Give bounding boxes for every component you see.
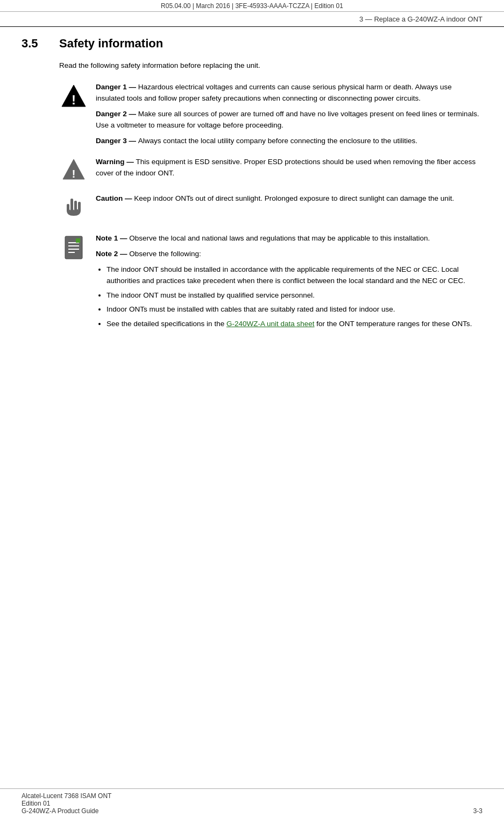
danger-icon: ! [59, 83, 88, 109]
bullet-item-3: Indoor ONTs must be installed with cable… [107, 304, 482, 315]
danger3-text: Danger 3 — Always contact the local util… [96, 136, 482, 147]
note-icon [59, 235, 88, 261]
section-number: 3.5 [22, 37, 59, 51]
bullet-item-4: See the detailed specifications in the G… [107, 319, 482, 330]
footer-guide: G-240WZ-A Product Guide [22, 807, 111, 815]
note2-text: Note 2 — Observe the following: [96, 249, 482, 260]
footer-page-number: 3-3 [473, 792, 482, 815]
page-header: R05.04.00 | March 2016 | 3FE-45933-AAAA-… [0, 0, 504, 12]
note-document-icon [62, 235, 86, 261]
footer-product: Alcatel-Lucent 7368 ISAM ONT [22, 792, 111, 800]
warning-block: ! Warning — This equipment is ESD sensit… [59, 157, 482, 181]
danger3-label: Danger 3 — [96, 137, 138, 145]
caution-label: Caution — [96, 194, 134, 202]
danger2-label: Danger 2 — [96, 110, 138, 118]
footer-edition: Edition 01 [22, 800, 111, 807]
data-sheet-link[interactable]: G-240WZ-A unit data sheet [226, 320, 315, 328]
warning-icon: ! [59, 158, 88, 181]
bullet-list: The indoor ONT should be installed in ac… [107, 264, 482, 330]
warning-triangle-icon: ! [62, 158, 86, 181]
caution-block: Caution — Keep indoor ONTs out of direct… [59, 193, 482, 221]
chapter-title-text: 3 — Replace a G-240WZ-A indoor ONT [359, 15, 482, 23]
note1-body: Observe the local and national laws and … [129, 234, 430, 242]
note1-label: Note 1 — [96, 234, 127, 242]
note2-body: Observe the following: [129, 250, 201, 258]
danger2-body: Make sure all sources of power are turne… [96, 110, 479, 129]
svg-rect-14 [76, 238, 80, 243]
header-text: R05.04.00 | March 2016 | 3FE-45933-AAAA-… [161, 2, 343, 10]
caution-hand-icon [62, 194, 86, 221]
danger-text-block: Danger 1 — Hazardous electrical voltages… [96, 82, 482, 147]
danger1-label: Danger 1 — [96, 83, 138, 91]
note2-label: Note 2 — [96, 250, 127, 258]
page-footer: Alcatel-Lucent 7368 ISAM ONT Edition 01 … [0, 788, 504, 818]
warning-text-block: Warning — This equipment is ESD sensitiv… [96, 157, 482, 179]
caution-icon [59, 194, 88, 221]
danger1-text: Danger 1 — Hazardous electrical voltages… [96, 82, 482, 104]
footer-left: Alcatel-Lucent 7368 ISAM ONT Edition 01 … [22, 792, 111, 815]
section-title: Safety information [59, 37, 163, 51]
intro-paragraph: Read the following safety information be… [59, 60, 482, 71]
caution-body: Keep indoor ONTs out of direct sunlight.… [134, 194, 454, 202]
danger3-body: Always contact the local utility company… [138, 137, 417, 145]
note1-text: Note 1 — Observe the local and national … [96, 233, 482, 244]
danger-block: ! Danger 1 — Hazardous electrical voltag… [59, 82, 482, 147]
warning-text: Warning — This equipment is ESD sensitiv… [96, 157, 482, 179]
warning-body: This equipment is ESD sensitive. Proper … [96, 158, 475, 177]
note-text-block: Note 1 — Observe the local and national … [96, 233, 482, 333]
caution-text-block: Caution — Keep indoor ONTs out of direct… [96, 193, 482, 204]
svg-rect-5 [74, 201, 77, 210]
svg-rect-4 [70, 199, 73, 210]
warning-label: Warning — [96, 158, 136, 166]
danger1-body: Hazardous electrical voltages and curren… [96, 83, 452, 102]
danger-triangle-icon: ! [61, 83, 87, 109]
svg-text:!: ! [72, 93, 76, 107]
section-title-row: 3.5 Safety information [22, 37, 482, 51]
chapter-title: 3 — Replace a G-240WZ-A indoor ONT [0, 12, 504, 27]
danger2-text: Danger 2 — Make sure all sources of powe… [96, 109, 482, 131]
svg-text:!: ! [72, 167, 76, 180]
caution-text: Caution — Keep indoor ONTs out of direct… [96, 193, 482, 204]
bullet-item-2: The indoor ONT must be installed by qual… [107, 290, 482, 301]
note-block: Note 1 — Observe the local and national … [59, 233, 482, 333]
bullet-item-1: The indoor ONT should be installed in ac… [107, 264, 482, 287]
svg-rect-6 [78, 202, 81, 210]
page-number: 3-3 [473, 807, 482, 815]
main-content: 3.5 Safety information Read the followin… [0, 37, 504, 333]
